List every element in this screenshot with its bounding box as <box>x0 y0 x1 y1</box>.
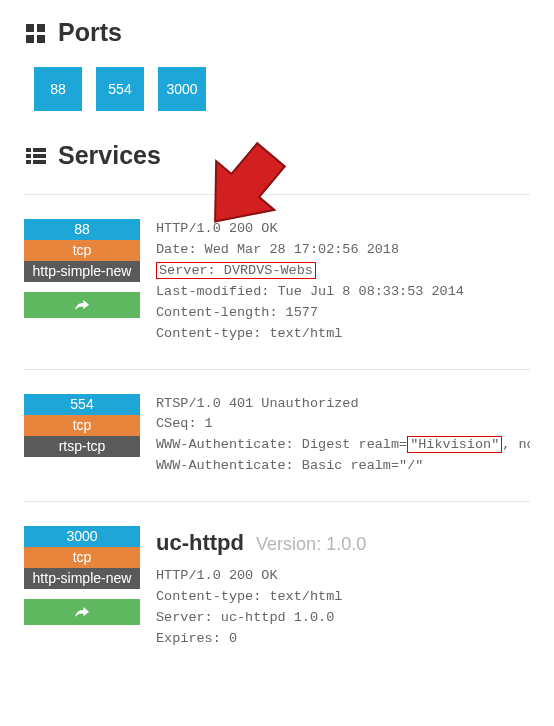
response-text: WWW-Authenticate: Digest realm= <box>156 437 407 452</box>
svg-rect-4 <box>26 148 31 152</box>
response-line: HTTP/1.0 200 OK <box>156 566 530 587</box>
services-title: Services <box>58 141 161 170</box>
port-list: 88 554 3000 <box>34 67 530 111</box>
service-name-label: http-simple-new <box>24 261 140 282</box>
version-value: 1.0.0 <box>326 534 366 554</box>
divider <box>24 501 530 502</box>
service-block: 3000 tcp http-simple-new uc-httpd Versio… <box>24 526 530 650</box>
response-line: Last-modified: Tue Jul 8 08:33:53 2014 <box>156 282 530 303</box>
service-proto-label: tcp <box>24 547 140 568</box>
port-pill[interactable]: 554 <box>96 67 144 111</box>
svg-rect-7 <box>33 154 46 158</box>
goto-button[interactable] <box>24 599 140 625</box>
service-response: RTSP/1.0 401 Unauthorized CSeq: 1 WWW-Au… <box>156 394 530 478</box>
response-line: Content-type: text/html <box>156 587 530 608</box>
service-title: uc-httpd Version: 1.0.0 <box>156 526 530 560</box>
response-line: RTSP/1.0 401 Unauthorized <box>156 394 530 415</box>
response-line: Server: DVRDVS-Webs <box>156 261 530 282</box>
goto-button[interactable] <box>24 292 140 318</box>
service-proto-label: tcp <box>24 240 140 261</box>
version-label: Version: <box>256 534 326 554</box>
response-line: WWW-Authenticate: Basic realm="/" <box>156 456 530 477</box>
service-block: 554 tcp rtsp-tcp RTSP/1.0 401 Unauthoriz… <box>24 394 530 478</box>
list-icon <box>24 144 48 168</box>
response-line: WWW-Authenticate: Digest realm="Hikvisio… <box>156 435 530 456</box>
service-response: HTTP/1.0 200 OK Date: Wed Mar 28 17:02:5… <box>156 219 530 345</box>
grid-icon <box>24 21 48 45</box>
service-title-text: uc-httpd <box>156 530 244 555</box>
svg-rect-8 <box>26 160 31 164</box>
service-response: uc-httpd Version: 1.0.0 HTTP/1.0 200 OK … <box>156 526 530 650</box>
service-name-label: rtsp-tcp <box>24 436 140 457</box>
svg-rect-1 <box>37 24 45 32</box>
service-name-label: http-simple-new <box>24 568 140 589</box>
svg-rect-6 <box>26 154 31 158</box>
service-side-labels: 554 tcp rtsp-tcp <box>24 394 140 457</box>
port-pill[interactable]: 88 <box>34 67 82 111</box>
service-proto-label: tcp <box>24 415 140 436</box>
divider <box>24 194 530 195</box>
service-side-labels: 3000 tcp http-simple-new <box>24 526 140 625</box>
response-text: , nonce= <box>502 437 530 452</box>
highlight-box: Server: DVRDVS-Webs <box>156 262 316 279</box>
response-line: HTTP/1.0 200 OK <box>156 219 530 240</box>
highlight-box: "Hikvision" <box>407 436 502 453</box>
service-side-labels: 88 tcp http-simple-new <box>24 219 140 318</box>
services-header: Services <box>24 141 530 170</box>
response-line: CSeq: 1 <box>156 414 530 435</box>
response-line: Expires: 0 <box>156 629 530 650</box>
service-port-label: 554 <box>24 394 140 415</box>
svg-rect-5 <box>33 148 46 152</box>
svg-rect-9 <box>33 160 46 164</box>
response-line: Content-type: text/html <box>156 324 530 345</box>
response-line: Content-length: 1577 <box>156 303 530 324</box>
ports-header: Ports <box>24 18 530 47</box>
svg-rect-3 <box>37 35 45 43</box>
svg-rect-2 <box>26 35 34 43</box>
divider <box>24 369 530 370</box>
ports-title: Ports <box>58 18 122 47</box>
service-block: 88 tcp http-simple-new HTTP/1.0 200 OK D… <box>24 219 530 345</box>
response-line: Date: Wed Mar 28 17:02:56 2018 <box>156 240 530 261</box>
response-line: Server: uc-httpd 1.0.0 <box>156 608 530 629</box>
service-port-label: 3000 <box>24 526 140 547</box>
port-pill[interactable]: 3000 <box>158 67 206 111</box>
service-port-label: 88 <box>24 219 140 240</box>
svg-rect-0 <box>26 24 34 32</box>
